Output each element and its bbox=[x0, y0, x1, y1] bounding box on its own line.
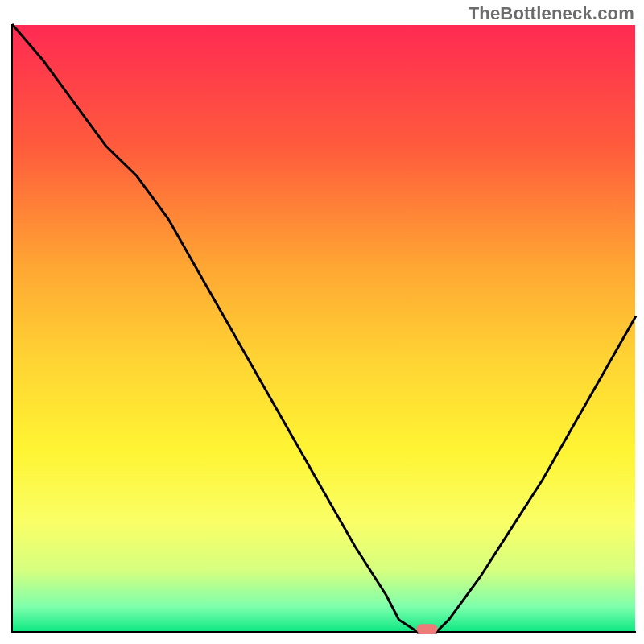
optimal-marker bbox=[416, 624, 437, 634]
plot-background bbox=[13, 25, 635, 631]
watermark-text: TheBottleneck.com bbox=[469, 3, 634, 24]
chart-container: TheBottleneck.com bbox=[0, 0, 644, 644]
bottleneck-chart bbox=[0, 0, 644, 644]
